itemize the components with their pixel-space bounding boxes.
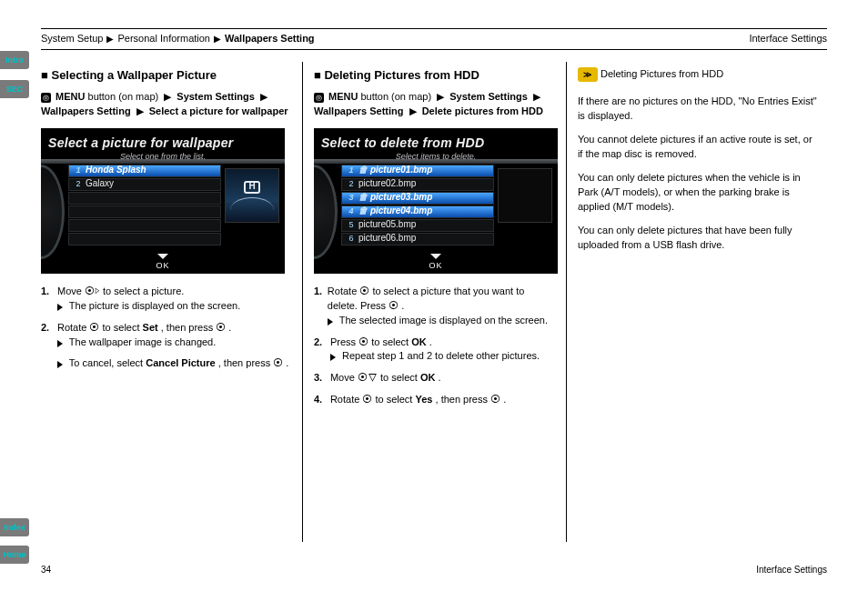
t: . bbox=[228, 322, 231, 333]
device-chrome-bar bbox=[41, 159, 285, 164]
device-list-item[interactable]: 5 picture05.bmp bbox=[341, 219, 494, 232]
t: . bbox=[429, 336, 432, 347]
t: , then press bbox=[218, 357, 274, 368]
col2-step-3: 3. Move ⦿▽ to select OK . bbox=[314, 371, 557, 386]
menu-path-rest: button (on map) bbox=[360, 91, 431, 102]
t: Move bbox=[330, 372, 358, 383]
step-number: 4. bbox=[314, 393, 330, 407]
t: Rotate bbox=[57, 322, 89, 333]
ok-label: OK bbox=[420, 372, 436, 383]
t: Repeat step 1 and 2 to delete other pict… bbox=[342, 350, 540, 361]
device-item-label: picture01.bmp bbox=[370, 164, 432, 177]
device-item-num: 1 bbox=[73, 165, 84, 176]
device-item-label: picture05.bmp bbox=[358, 218, 416, 232]
tab-index[interactable]: Index bbox=[0, 518, 29, 536]
device-item-num: 6 bbox=[346, 233, 357, 245]
menu-icon: ◎ bbox=[314, 93, 324, 103]
col2-menu-path: ◎ MENU button (on map) ▶ System Settings… bbox=[314, 90, 557, 119]
device-item-label: Galaxy bbox=[86, 177, 114, 191]
set-label: Set bbox=[143, 322, 158, 333]
note-p2: You cannot delete pictures if an active … bbox=[578, 133, 818, 162]
step-text: Rotate ⦿ to select Yes , then press ⦿ . bbox=[330, 393, 506, 407]
menu-tail-2: Wallpapers Setting bbox=[314, 105, 404, 116]
menu-arrow-icon: ▶ bbox=[164, 91, 171, 102]
t: The selected image is displayed on the s… bbox=[339, 315, 548, 326]
col1-step-1: 1. Move ⦿▷ to select a picture. The pict… bbox=[41, 285, 293, 314]
menu-button-label: MENU bbox=[56, 91, 85, 102]
step-number: 2. bbox=[314, 336, 330, 365]
page-number: 34 bbox=[41, 565, 51, 575]
device-list-item[interactable]: 2 picture02.bmp bbox=[341, 178, 494, 191]
bullet-arrow-icon bbox=[328, 318, 333, 326]
step-text: Press ⦿ to select OK . Repeat step 1 and… bbox=[330, 336, 540, 365]
device-ok[interactable]: OK bbox=[41, 254, 285, 272]
device-screenshot-delete-hdd: Select to delete from HDD Select items t… bbox=[314, 128, 558, 274]
col1-cancel-note: To cancel, select Cancel Picture , then … bbox=[41, 356, 293, 371]
note-p1: If there are no pictures on the HDD, "No… bbox=[578, 95, 818, 124]
device-item-num: 1 bbox=[346, 165, 357, 176]
step-number bbox=[41, 356, 57, 371]
bullet-arrow-icon bbox=[330, 354, 336, 361]
menu-arrow-icon: ▶ bbox=[136, 105, 144, 116]
honda-logo-icon: H bbox=[244, 181, 260, 194]
page-title: Interface Settings bbox=[749, 33, 827, 44]
t: to select a picture. bbox=[103, 285, 184, 296]
device-preview: H bbox=[225, 168, 279, 223]
menu-arrow-icon: ▶ bbox=[437, 91, 444, 102]
device-list-item-empty bbox=[68, 205, 221, 218]
step-text: To cancel, select Cancel Picture , then … bbox=[57, 356, 288, 371]
press-dial-icon: ⦿ bbox=[216, 322, 226, 333]
t: to select bbox=[103, 322, 143, 333]
device-left-arc bbox=[41, 165, 65, 259]
breadcrumb: System Setup ▶ Personal Information ▶ Wa… bbox=[41, 33, 315, 44]
col1-heading: ■ Selecting a Wallpaper Picture bbox=[41, 67, 293, 85]
device-list-item[interactable]: 1 Honda Splash bbox=[68, 165, 221, 177]
device-ok[interactable]: OK bbox=[314, 254, 558, 272]
tab-home[interactable]: Home bbox=[0, 546, 29, 564]
note-heading: Deleting Pictures from HDD bbox=[601, 68, 723, 79]
device-list-item[interactable]: 6 picture06.bmp bbox=[341, 233, 494, 245]
bullet-arrow-icon bbox=[57, 361, 63, 368]
trash-icon: 🗑 bbox=[358, 166, 368, 175]
t: Move bbox=[57, 285, 85, 296]
menu-tail-1: System Settings bbox=[177, 91, 255, 102]
menu-arrow-icon: ▶ bbox=[260, 91, 267, 102]
rotate-dial-icon: ⦿ bbox=[359, 285, 369, 296]
device-list-item[interactable]: 1 🗑 picture01.bmp bbox=[341, 165, 494, 177]
note-icon: ≫ bbox=[578, 67, 598, 82]
device-list-item[interactable]: 4 🗑 picture04.bmp bbox=[341, 205, 494, 218]
device-list-item[interactable]: 3 🗑 picture03.bmp bbox=[341, 192, 494, 205]
footer-title: Interface Settings bbox=[756, 565, 827, 575]
dial-right-icon: ⦿▷ bbox=[85, 285, 100, 296]
header-rule-top bbox=[41, 28, 827, 29]
column-3: ≫ Deleting Pictures from HDD If there ar… bbox=[566, 62, 827, 542]
device-list: 1 Honda Splash 2 Galaxy bbox=[68, 165, 221, 245]
menu-icon: ◎ bbox=[41, 93, 51, 103]
footer: 34 Interface Settings bbox=[41, 565, 827, 575]
device-item-num: 2 bbox=[73, 178, 84, 190]
device-ok-label: OK bbox=[156, 261, 169, 270]
t: The picture is displayed on the screen. bbox=[69, 300, 240, 311]
step-number: 2. bbox=[41, 321, 57, 350]
columns: ■ Selecting a Wallpaper Picture ◎ MENU b… bbox=[41, 62, 827, 542]
press-dial-icon: ⦿ bbox=[358, 336, 368, 347]
col1-step-2: 2. Rotate ⦿ to select Set , then press ⦿… bbox=[41, 321, 293, 350]
trash-icon: 🗑 bbox=[358, 194, 368, 203]
header: System Setup ▶ Personal Information ▶ Wa… bbox=[41, 33, 827, 44]
device-list-item[interactable]: 2 Galaxy bbox=[68, 178, 221, 191]
menu-tail-3: Delete pictures from HDD bbox=[422, 105, 543, 116]
tab-sec[interactable]: SEC bbox=[0, 80, 29, 98]
t: to select bbox=[380, 372, 420, 383]
menu-button-label: MENU bbox=[328, 91, 358, 102]
col1-heading-text: Selecting a Wallpaper Picture bbox=[51, 68, 217, 82]
device-item-num: 5 bbox=[346, 219, 357, 231]
col2-step-1: 1. Rotate ⦿ to select a picture that you… bbox=[314, 285, 557, 328]
t: . bbox=[286, 357, 288, 368]
menu-arrow-icon: ▶ bbox=[409, 105, 417, 116]
step-text: Move ⦿▷ to select a picture. The picture… bbox=[57, 285, 240, 314]
col1-menu-path: ◎ MENU button (on map) ▶ System Settings… bbox=[41, 90, 293, 119]
tab-intro[interactable]: Intro bbox=[0, 51, 29, 69]
device-ok-label: OK bbox=[429, 261, 442, 270]
t: . bbox=[401, 300, 404, 311]
step-number: 3. bbox=[314, 371, 330, 386]
